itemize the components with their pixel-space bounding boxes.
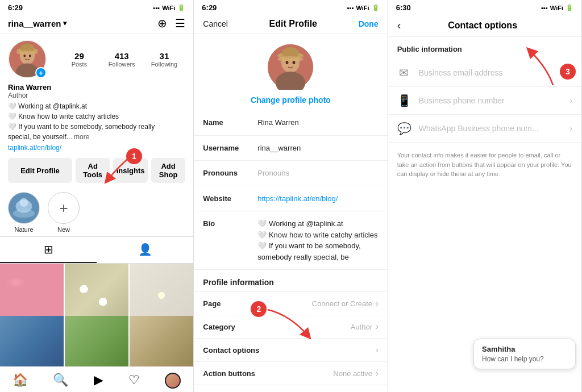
insights-button[interactable]: Insights	[113, 158, 147, 183]
status-icons-3: ▪▪▪ WiFi 🔋	[541, 4, 573, 11]
whatsapp-chevron: ›	[569, 124, 572, 133]
following-count: 31	[143, 51, 186, 61]
home-nav-icon[interactable]: 🏠	[13, 373, 28, 389]
category-chevron: ›	[376, 322, 379, 331]
change-photo-link[interactable]: Change profile photo	[251, 95, 331, 105]
add-post-icon[interactable]: ⊕	[157, 16, 167, 30]
status-bar-2: 6:29 ▪▪▪ WiFi 🔋	[194, 0, 387, 14]
contact-info-text: Your contact info makes it easier for pe…	[388, 143, 581, 187]
grid-cell-4[interactable]	[0, 316, 64, 367]
reels-nav-icon[interactable]: ▶	[94, 373, 103, 389]
add-shop-button[interactable]: Add Shop	[151, 158, 185, 183]
whatsapp-option[interactable]: 💬 WhatsApp Business phone num... ›	[388, 115, 581, 143]
search-nav-icon[interactable]: 🔍	[53, 373, 68, 389]
posts-label: Posts	[58, 61, 101, 68]
pronouns-value[interactable]: Pronouns	[257, 168, 378, 179]
posts-stat[interactable]: 29 Posts	[58, 51, 101, 68]
svg-point-11	[19, 198, 28, 207]
page-row[interactable]: Page Connect or Create ›	[194, 292, 387, 315]
pronouns-field[interactable]: Pronouns Pronouns	[194, 161, 387, 186]
highlight-nature[interactable]: Nature	[8, 192, 40, 233]
cancel-button[interactable]: Cancel	[203, 19, 228, 28]
grid-cell-6[interactable]	[130, 316, 193, 367]
username-value[interactable]: rina__warren	[257, 143, 378, 154]
back-button[interactable]: ‹	[397, 19, 401, 32]
phone-option[interactable]: 📱 Business phone number ›	[388, 87, 581, 115]
edit-profile-topbar: Cancel Edit Profile Done	[194, 14, 387, 34]
posts-count: 29	[58, 51, 101, 61]
page-value[interactable]: Connect or Create ›	[312, 299, 379, 308]
chat-agent-name: Samhitha	[482, 345, 567, 353]
signal-icon: ▪▪▪	[153, 5, 160, 11]
contact-options-label: Contact options	[203, 346, 259, 355]
profile-nav-avatar[interactable]	[165, 373, 181, 389]
svg-point-18	[286, 61, 289, 64]
bio-more[interactable]: more	[74, 133, 89, 141]
whatsapp-icon: 💬	[397, 122, 411, 135]
chat-bubble: Samhitha How can I help you?	[473, 339, 576, 369]
bio-line1: 🤍 Working at @taplink.at	[8, 102, 87, 110]
bio-value[interactable]: 🤍 Working at @taplink.at 🤍 Know how to w…	[257, 218, 378, 262]
bio-section: Rina Warren Author 🤍 Working at @taplink…	[0, 81, 193, 152]
contact-options-value[interactable]: ›	[376, 345, 379, 355]
status-bar-1: 6:29 ▪▪▪ WiFi 🔋	[0, 0, 193, 14]
avatar-wrap: +	[8, 40, 47, 78]
name-value[interactable]: Rina Warren	[257, 117, 378, 128]
action-chevron: ›	[376, 369, 379, 378]
svg-point-17	[277, 56, 304, 62]
action-buttons-value[interactable]: None active ›	[333, 369, 378, 378]
email-icon: ✉	[397, 66, 411, 80]
profile-link[interactable]: taplink.at/en/blog/	[8, 144, 61, 152]
panel-profile: 6:29 ▪▪▪ WiFi 🔋 rina__warren ▾ ⊕ ☰	[0, 0, 194, 392]
done-button[interactable]: Done	[359, 19, 379, 28]
followers-stat[interactable]: 413 Followers	[101, 51, 143, 68]
edit-profile-button[interactable]: Edit Profile	[8, 158, 72, 183]
username-display[interactable]: rina__warren ▾	[8, 19, 66, 28]
email-text: Business email address	[419, 68, 562, 77]
wifi-icon: WiFi	[162, 5, 175, 11]
grid-cell-5[interactable]	[65, 316, 128, 367]
email-option[interactable]: ✉ Business email address ›	[388, 59, 581, 87]
category-text: Author	[351, 323, 372, 331]
website-field[interactable]: Website https://taplink.at/en/blog/	[194, 186, 387, 212]
highlights-row: Nature + New	[0, 186, 193, 236]
status-icons-1: ▪▪▪ WiFi 🔋	[153, 4, 186, 11]
action-buttons-row[interactable]: Action buttons None active ›	[194, 362, 387, 385]
grid-tab[interactable]: ⊞	[0, 237, 97, 263]
bottom-nav: 🏠 🔍 ▶ ♡	[0, 366, 193, 392]
tagged-tab[interactable]: 👤	[97, 237, 193, 263]
category-row[interactable]: Category Author ›	[194, 315, 387, 339]
menu-icon[interactable]: ☰	[175, 16, 185, 30]
role-label: Author	[8, 91, 185, 99]
public-info-header: Public information	[388, 37, 581, 59]
email-chevron: ›	[569, 68, 572, 77]
pronouns-label: Pronouns	[203, 168, 248, 177]
add-highlight-circle[interactable]: +	[48, 192, 80, 224]
bio-text: 🤍 Working at @taplink.at 🤍 Know how to w…	[8, 101, 185, 142]
status-icons-2: ▪▪▪ WiFi 🔋	[347, 4, 380, 11]
profile-info-header: Profile information	[194, 270, 387, 292]
time-2: 6:29	[202, 3, 217, 12]
highlight-new-label: New	[57, 226, 70, 233]
contact-options-title: Contact options	[410, 20, 555, 31]
battery-icon: 🔋	[177, 4, 185, 11]
likes-nav-icon[interactable]: ♡	[128, 373, 140, 389]
highlight-nature-label: Nature	[14, 226, 33, 233]
bio-label: Bio	[203, 218, 248, 228]
website-value[interactable]: https://taplink.at/en/blog/	[257, 193, 378, 205]
followers-count: 413	[101, 51, 143, 61]
chat-message: How can I help you?	[482, 355, 567, 363]
name-field[interactable]: Name Rina Warren	[194, 110, 387, 136]
wifi-icon-2: WiFi	[356, 5, 369, 11]
add-to-story-btn[interactable]: +	[35, 67, 47, 78]
battery-icon-2: 🔋	[372, 4, 380, 11]
bio-field[interactable]: Bio 🤍 Working at @taplink.at 🤍 Know how …	[194, 211, 387, 270]
category-value[interactable]: Author ›	[351, 322, 379, 331]
highlight-new[interactable]: + New	[48, 192, 80, 233]
page-chevron: ›	[376, 299, 379, 308]
contact-options-row[interactable]: Contact options ›	[194, 339, 387, 362]
ad-tools-button[interactable]: Ad Tools	[76, 158, 110, 183]
following-stat[interactable]: 31 Following	[143, 51, 186, 68]
edit-avatar[interactable]	[268, 44, 313, 90]
username-field[interactable]: Username rina__warren	[194, 136, 387, 161]
